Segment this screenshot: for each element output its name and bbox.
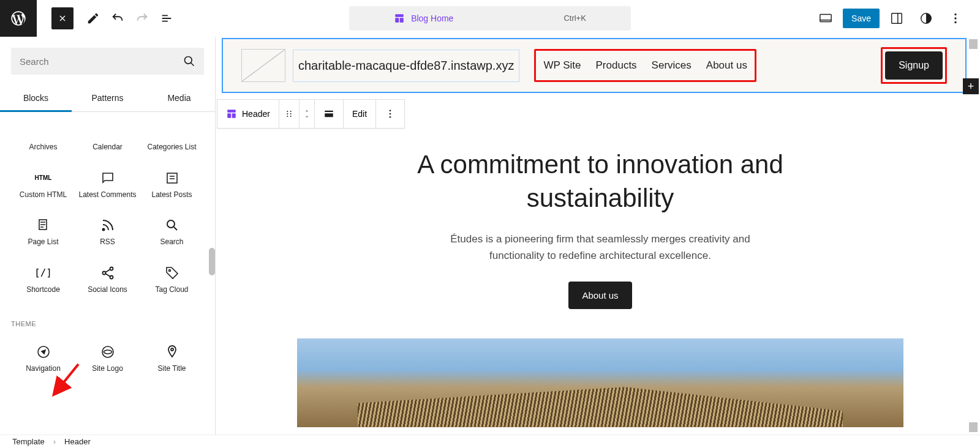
svg-point-26 [287, 113, 288, 114]
svg-point-8 [954, 21, 956, 23]
chevron-down-icon [303, 114, 311, 120]
undo-icon[interactable] [105, 6, 130, 31]
svg-point-20 [171, 348, 173, 351]
pages-icon [36, 218, 51, 233]
redo-icon[interactable] [130, 6, 154, 31]
svg-rect-32 [325, 113, 333, 117]
toolbar-drag-handle[interactable] [279, 100, 300, 128]
toolbar-more[interactable] [376, 100, 404, 128]
toolbar-block-type[interactable]: Header [217, 100, 279, 128]
svg-rect-0 [395, 14, 404, 17]
svg-rect-3 [820, 14, 831, 21]
align-icon [323, 108, 334, 119]
site-title-text[interactable]: charitable-macaque-dfde87.instawp.xyz [293, 50, 519, 82]
svg-rect-10 [167, 173, 177, 183]
block-calendar[interactable]: Calendar [75, 112, 140, 160]
svg-point-33 [390, 110, 391, 111]
breadcrumb-current[interactable]: Header [64, 437, 91, 446]
svg-point-30 [290, 116, 292, 117]
site-navigation[interactable]: WP Site Products Services About us [534, 49, 756, 82]
block-latest-comments[interactable]: Latest Comments [75, 160, 140, 207]
site-header-block[interactable]: charitable-macaque-dfde87.instawp.xyz WP… [222, 38, 967, 93]
block-site-title[interactable]: Site Title [140, 334, 204, 381]
svg-point-13 [167, 220, 175, 228]
nav-link[interactable]: WP Site [543, 59, 581, 72]
nav-link[interactable]: Products [596, 59, 637, 72]
add-block-button[interactable]: + [963, 78, 979, 94]
breadcrumb-root[interactable]: Template [12, 437, 45, 446]
close-button[interactable] [51, 7, 74, 29]
shortcut-hint: Ctrl+K [564, 13, 586, 23]
toolbar-edit[interactable]: Edit [344, 100, 376, 128]
svg-point-34 [390, 113, 391, 115]
layout-icon [226, 108, 237, 119]
document-title: Blog Home [411, 13, 453, 23]
more-icon [385, 108, 396, 119]
block-navigation[interactable]: Navigation [11, 334, 75, 381]
toolbar-move[interactable] [300, 100, 315, 128]
svg-point-35 [390, 116, 391, 118]
svg-point-9 [185, 57, 192, 64]
site-logo-placeholder[interactable] [241, 49, 285, 82]
block-toolbar: Header Edit [217, 99, 405, 129]
drag-icon [284, 109, 294, 119]
block-inserter-sidebar: Blocks Patterns Media Archives Calendar … [0, 37, 216, 435]
block-shortcode[interactable]: [/]Shortcode [11, 255, 75, 302]
breadcrumb: Template › Header [0, 435, 980, 448]
block-categories-list[interactable]: Categories List [140, 112, 204, 160]
pin-icon [165, 345, 179, 359]
comment-icon [100, 171, 115, 185]
site-logo-icon [100, 345, 115, 359]
styles-icon[interactable] [914, 6, 938, 31]
block-tag-cloud[interactable]: Tag Cloud [140, 255, 204, 302]
hero-image[interactable] [297, 338, 903, 427]
canvas-scroll-down[interactable] [969, 422, 978, 432]
edit-tools-icon[interactable] [81, 6, 105, 31]
svg-point-27 [287, 116, 288, 117]
svg-point-17 [168, 269, 170, 271]
svg-rect-24 [232, 113, 236, 118]
svg-rect-4 [892, 13, 902, 23]
block-latest-posts[interactable]: Latest Posts [140, 160, 204, 207]
block-page-list[interactable]: Page List [11, 207, 75, 255]
toolbar-align[interactable] [315, 100, 344, 128]
hero-cta-button[interactable]: About us [568, 282, 631, 309]
canvas-scroll-up[interactable] [969, 39, 978, 49]
svg-point-12 [102, 229, 104, 231]
editor-canvas[interactable]: charitable-macaque-dfde87.instawp.xyz WP… [216, 37, 980, 435]
hero-section[interactable]: A commitment to innovation and sustainab… [221, 93, 980, 427]
svg-rect-2 [400, 18, 404, 23]
svg-rect-23 [227, 113, 231, 118]
view-desktop-icon[interactable] [813, 6, 838, 31]
command-center[interactable]: Blog Home Ctrl+K [349, 6, 631, 31]
document-outline-icon[interactable] [154, 6, 179, 31]
nav-link[interactable]: About us [706, 59, 747, 72]
svg-point-6 [954, 13, 956, 15]
hero-heading[interactable]: A commitment to innovation and sustainab… [221, 148, 980, 215]
sidebar-scrollbar[interactable] [209, 248, 215, 275]
tab-blocks[interactable]: Blocks [0, 86, 72, 112]
svg-point-29 [290, 113, 292, 114]
svg-point-7 [954, 17, 956, 19]
wordpress-logo[interactable] [0, 0, 37, 37]
signup-button[interactable]: Signup [885, 51, 943, 80]
block-site-logo[interactable]: Site Logo [75, 334, 140, 381]
block-archives[interactable]: Archives [11, 112, 75, 160]
search-input[interactable] [20, 56, 183, 67]
svg-rect-1 [395, 18, 399, 23]
settings-panel-icon[interactable] [884, 6, 909, 31]
svg-rect-31 [325, 111, 333, 112]
tab-media[interactable]: Media [143, 86, 215, 112]
block-search[interactable] [11, 48, 204, 75]
search-icon [165, 218, 179, 233]
block-search[interactable]: Search [140, 207, 204, 255]
more-options-icon[interactable] [943, 6, 968, 31]
block-custom-html[interactable]: HTMLCustom HTML [11, 160, 75, 207]
save-button[interactable]: Save [843, 9, 880, 28]
block-rss[interactable]: RSS [75, 207, 140, 255]
hero-subtext[interactable]: Études is a pioneering firm that seamles… [221, 231, 980, 264]
tab-patterns[interactable]: Patterns [72, 86, 143, 112]
compass-icon [36, 345, 51, 359]
block-social-icons[interactable]: Social Icons [75, 255, 140, 302]
nav-link[interactable]: Services [652, 59, 692, 72]
